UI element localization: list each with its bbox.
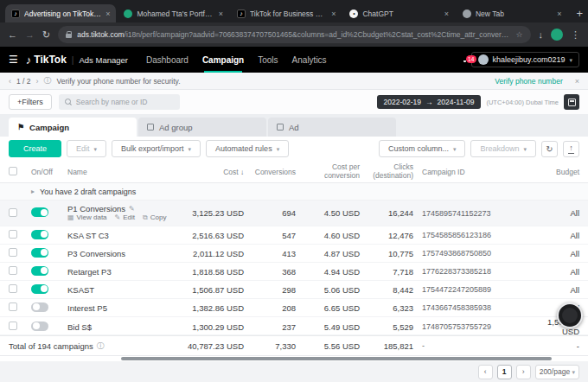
view-data-link[interactable]: ▦View data [67, 213, 107, 222]
tab-close-icon[interactable]: × [105, 10, 110, 18]
notice-close-icon[interactable]: × [575, 77, 579, 86]
create-button[interactable]: Create [9, 140, 61, 157]
campaign-name[interactable]: P3 Conversions [67, 249, 168, 258]
table-row[interactable]: P3 Conversions 2,011.12 USD 413 4.87 USD… [0, 245, 588, 263]
nav-campaign[interactable]: Campaign [202, 47, 244, 73]
notice-pager: 1 / 2 [16, 77, 31, 86]
table-row[interactable]: Interest P5 1,382.86 USD 208 6.65 USD 6,… [0, 299, 588, 317]
tab-close-icon[interactable]: × [444, 10, 449, 18]
scrollbar-thumb[interactable] [121, 357, 552, 360]
clicks-cell: 5,529 [360, 322, 413, 332]
recording-bubble[interactable] [557, 302, 583, 328]
forward-icon[interactable]: → [25, 30, 35, 40]
cost-cell: 3,125.23 USD [168, 208, 244, 218]
campaign-toggle[interactable] [31, 266, 48, 276]
calendar-button[interactable] [564, 94, 579, 110]
campaign-name[interactable]: Interest P5 [67, 303, 168, 313]
new-tab-button[interactable]: + [576, 8, 583, 19]
row-checkbox[interactable] [9, 248, 17, 257]
campaign-toggle[interactable] [31, 230, 48, 239]
lock-icon[interactable] [66, 34, 72, 38]
table-row[interactable]: P1 Conversions ✎ ▦View data ✎Edit ⧉Copy … [0, 201, 588, 226]
clicks-header[interactable]: Clicks(destination) [360, 163, 413, 181]
notice-next-icon[interactable]: › [36, 77, 39, 86]
browser-tab[interactable]: New Tab × [457, 4, 567, 22]
campaign-name[interactable]: P1 Conversions [67, 204, 125, 214]
browser-menu-icon[interactable]: ⋮ [571, 30, 580, 40]
next-page-button[interactable]: › [516, 365, 531, 379]
tab-ad[interactable]: Ad [268, 118, 396, 137]
chevron-down-icon: ▾ [569, 57, 572, 63]
tab-campaign[interactable]: ⚑ Campaign [9, 118, 137, 137]
row-checkbox[interactable] [9, 266, 17, 275]
chevron-down-icon: ▾ [523, 146, 527, 152]
tab-title: ChatGPT [362, 10, 439, 18]
table-row[interactable]: Bid S$ 1,300.29 USD 237 5.49 USD 5,529 1… [0, 317, 588, 335]
clicks-cell: 10,775 [360, 249, 413, 258]
date-range-picker[interactable]: 2022-02-19 → 2024-11-09 [377, 95, 482, 109]
cpa-header[interactable]: Cost perconversion [296, 163, 360, 181]
table-row[interactable]: Retarget P3 1,818.58 USD 368 4.94 USD 7,… [0, 263, 588, 281]
campaign-toggle[interactable] [31, 284, 48, 294]
url-input[interactable]: ads.tiktok.com/i18n/perf/campaign?aadvid… [58, 26, 530, 43]
prev-page-button[interactable]: ‹ [478, 365, 493, 379]
edit-name-icon[interactable]: ✎ [129, 205, 135, 213]
tab-close-icon[interactable]: × [331, 10, 336, 18]
row-checkbox[interactable] [9, 208, 17, 217]
tab-close-icon[interactable]: × [219, 10, 223, 18]
browser-profile-avatar[interactable] [551, 29, 563, 41]
edit-link[interactable]: ✎Edit [115, 213, 136, 222]
custom-column-button[interactable]: Custom column...▾ [379, 140, 466, 157]
browser-tab[interactable]: • ChatGPT × [343, 4, 454, 22]
browser-tab[interactable]: ♪ Advertising on TikTok | TikT... × [5, 4, 116, 22]
campaign-toggle[interactable] [31, 302, 48, 312]
search-input[interactable] [76, 98, 174, 106]
campaign-name[interactable]: Bid S$ [67, 322, 168, 332]
campaign-name[interactable]: KSA ST C3 [67, 231, 168, 240]
row-checkbox[interactable] [9, 322, 17, 330]
nav-tools[interactable]: Tools [258, 47, 278, 73]
breakdown-button[interactable]: Breakdown▾ [470, 140, 536, 157]
edit-button[interactable]: Edit▾ [67, 140, 106, 157]
cost-header[interactable]: Cost ↓ [168, 168, 244, 176]
refresh-data-button[interactable]: ↻ [541, 141, 558, 157]
page-size-select[interactable]: 200/page ▾ [535, 365, 579, 379]
tab-ad-group[interactable]: Ad group [138, 118, 266, 137]
current-page[interactable]: 1 [497, 365, 512, 379]
row-checkbox[interactable] [9, 284, 17, 293]
row-checkbox[interactable] [9, 302, 17, 311]
select-all-checkbox[interactable] [9, 167, 17, 175]
row-checkbox[interactable] [9, 230, 17, 239]
draft-campaigns-row[interactable]: ▸ You have 2 draft campaigns [0, 183, 588, 201]
cost-cell: 1,300.29 USD [168, 322, 244, 332]
table-row[interactable]: KSAST 1,506.87 USD 298 5.06 USD 8,442 17… [0, 281, 588, 299]
nav-analytics[interactable]: Analytics [292, 47, 327, 73]
conversions-header[interactable]: Conversions [244, 168, 296, 176]
automated-rules-button[interactable]: Automated rules▾ [206, 140, 289, 157]
campaign-toggle[interactable] [31, 207, 48, 217]
browser-tab[interactable]: Mohamed Tta's Portfolio × [118, 4, 228, 22]
campaign-toggle[interactable] [31, 322, 48, 331]
url-text: ads.tiktok.com/i18n/perf/campaign?aadvid… [77, 30, 510, 39]
campaign-name[interactable]: KSAST [67, 285, 168, 295]
notice-prev-icon[interactable]: ‹ [9, 77, 11, 86]
copy-link[interactable]: ⧉Copy [143, 213, 166, 222]
filters-button[interactable]: +Filters [9, 94, 52, 110]
tab-close-icon[interactable]: × [557, 10, 561, 18]
bulk-export-import-button[interactable]: Bulk export/import▾ [112, 140, 201, 157]
back-icon[interactable]: ← [8, 30, 17, 40]
export-button[interactable]: ↑ [563, 141, 579, 157]
refresh-icon[interactable]: ↻ [42, 30, 50, 40]
download-icon[interactable]: ↓ [539, 30, 544, 40]
table-row[interactable]: KSA ST C3 2,516.63 USD 547 4.60 USD 12,4… [0, 226, 588, 245]
browser-tab[interactable]: ♪ TikTok for Business Verifica... × [231, 4, 342, 22]
campaign-toggle[interactable] [31, 248, 48, 258]
nav-dashboard[interactable]: Dashboard [146, 47, 189, 73]
campaign-name[interactable]: Retarget P3 [67, 267, 168, 277]
hamburger-menu-icon[interactable]: ☰ [9, 54, 18, 66]
search-box[interactable] [59, 94, 180, 110]
verify-phone-link[interactable]: Verify phone number [495, 77, 562, 86]
bookmark-star-icon[interactable]: ☆ [515, 30, 522, 39]
account-switcher[interactable]: khaleejibuy.com0219 ▾ [471, 52, 579, 67]
tiktok-logo[interactable]: ♪ TikTok | Ads Manager [26, 54, 128, 67]
